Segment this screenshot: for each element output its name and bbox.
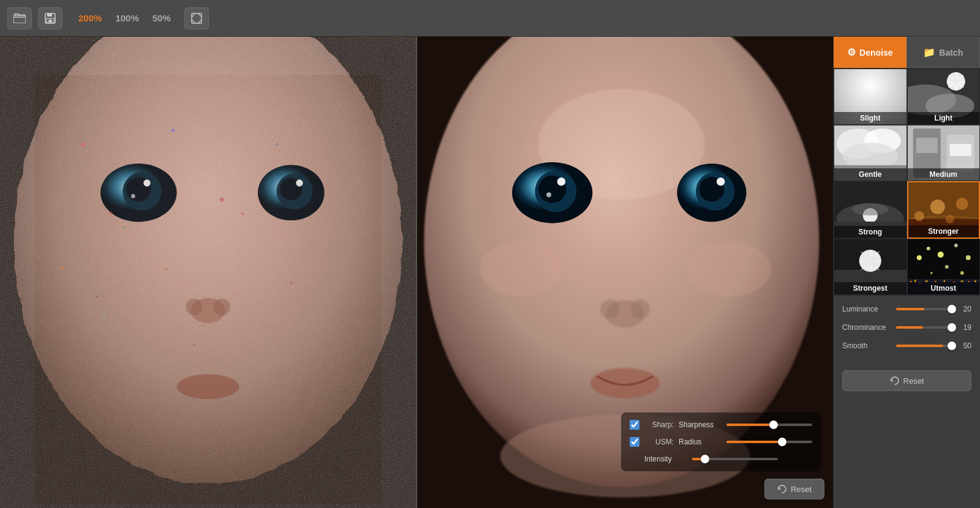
svg-point-92 <box>960 271 963 275</box>
preset-medium[interactable]: Medium <box>907 125 981 181</box>
smooth-slider[interactable] <box>896 340 952 352</box>
smooth-fill <box>896 345 943 347</box>
luminance-value: 20 <box>957 305 971 313</box>
sharp-checkbox[interactable] <box>630 420 639 430</box>
luminance-slider[interactable] <box>896 303 952 315</box>
svg-point-88 <box>954 244 957 247</box>
svg-point-89 <box>965 255 970 260</box>
svg-point-77 <box>914 211 924 221</box>
smooth-value: 50 <box>957 342 971 350</box>
zoom-100-button[interactable]: 100% <box>110 10 143 26</box>
intensity-slider[interactable] <box>692 453 778 465</box>
zoom-200-button[interactable]: 200% <box>74 10 107 26</box>
preset-strong[interactable]: Strong <box>834 181 907 239</box>
svg-point-87 <box>937 252 943 258</box>
svg-point-73 <box>852 203 889 215</box>
luminance-slider-row: Luminance 20 <box>842 303 971 315</box>
before-panel <box>0 37 416 508</box>
right-tabs: ⚙ Denoise 📁 Batch <box>834 37 980 69</box>
svg-point-78 <box>930 200 944 214</box>
zoom-group: 200% 100% 50% <box>74 10 176 26</box>
right-panel: ⚙ Denoise 📁 Batch Slight <box>833 37 980 508</box>
smooth-thumb <box>948 342 956 350</box>
tab-batch-label: Batch <box>939 48 963 58</box>
radius-thumb <box>778 438 786 446</box>
tab-denoise-label: Denoise <box>859 48 892 58</box>
smooth-label: Smooth <box>842 342 891 350</box>
batch-icon: 📁 <box>923 47 935 58</box>
chrominance-value: 19 <box>957 323 971 332</box>
svg-rect-4 <box>48 20 52 22</box>
svg-point-79 <box>956 198 968 210</box>
right-reset-button[interactable]: Reset <box>842 370 971 391</box>
svg-point-48 <box>717 177 725 186</box>
preset-utmost[interactable]: Utmost <box>907 239 981 295</box>
svg-point-52 <box>590 368 660 398</box>
usm-checkbox[interactable] <box>630 437 639 447</box>
preset-strongest-label: Strongest <box>834 282 907 294</box>
intensity-control-row: Intensity <box>630 453 812 465</box>
preset-stronger[interactable]: Stronger <box>907 181 981 239</box>
preset-medium-label: Medium <box>908 168 980 181</box>
radius-fill <box>726 441 782 443</box>
usm-control-row: USM: Radius <box>630 436 812 448</box>
sliders-section: Luminance 20 Chrominance 19 <box>834 295 980 365</box>
radius-label: Radius <box>679 438 722 446</box>
preset-utmost-label: Utmost <box>908 282 980 294</box>
zoom-50-button[interactable]: 50% <box>148 10 176 26</box>
sharpness-fill <box>726 424 774 426</box>
svg-rect-0 <box>13 15 26 23</box>
svg-rect-36 <box>35 75 382 504</box>
sharpness-slider[interactable] <box>726 419 812 431</box>
save-button[interactable] <box>38 7 62 29</box>
chrominance-slider[interactable] <box>896 321 952 334</box>
after-panel: Sharp: Sharpness USM: Radius <box>416 37 833 508</box>
open-button[interactable] <box>7 7 32 29</box>
preset-light[interactable]: Light <box>907 69 981 125</box>
canvas-area: Sharp: Sharpness USM: Radius <box>0 37 833 508</box>
chrominance-fill <box>896 326 923 329</box>
controls-overlay: Sharp: Sharpness USM: Radius <box>621 413 821 471</box>
svg-point-54 <box>480 241 563 297</box>
svg-point-55 <box>687 241 771 297</box>
preset-strongest[interactable]: Strongest <box>834 239 907 295</box>
svg-point-91 <box>930 272 932 274</box>
luminance-label: Luminance <box>842 305 891 313</box>
denoise-icon: ⚙ <box>847 47 856 58</box>
tab-batch[interactable]: 📁 Batch <box>907 37 981 68</box>
main-area: Sharp: Sharpness USM: Radius <box>0 37 980 508</box>
svg-point-50 <box>600 299 620 319</box>
fit-button[interactable] <box>184 7 209 29</box>
luminance-thumb <box>948 305 956 313</box>
canvas-reset-button[interactable]: Reset <box>764 479 824 499</box>
chrominance-slider-row: Chrominance 19 <box>842 321 971 334</box>
preset-slight-label: Slight <box>834 112 907 124</box>
chrominance-thumb <box>948 323 956 332</box>
before-image <box>0 37 416 508</box>
smooth-slider-row: Smooth 50 <box>842 340 971 352</box>
luminance-fill <box>896 308 924 310</box>
svg-point-44 <box>546 192 551 197</box>
usm-label: USM: <box>644 438 674 446</box>
preset-gentle-label: Gentle <box>834 168 907 181</box>
right-reset-label: Reset <box>903 376 924 386</box>
sharp-label: Sharp: <box>644 420 674 429</box>
preset-gentle[interactable]: Gentle <box>834 125 907 181</box>
sharpness-label: Sharpness <box>679 420 722 429</box>
svg-point-90 <box>944 265 948 269</box>
split-view: Sharp: Sharpness USM: Radius <box>0 37 833 508</box>
svg-rect-68 <box>916 138 937 153</box>
svg-rect-69 <box>949 144 971 156</box>
preset-light-label: Light <box>908 112 980 124</box>
svg-point-86 <box>926 247 930 250</box>
svg-point-85 <box>916 255 921 260</box>
radius-slider[interactable] <box>726 436 812 448</box>
svg-rect-5 <box>192 13 202 23</box>
tab-denoise[interactable]: ⚙ Denoise <box>834 37 907 68</box>
svg-rect-2 <box>47 13 52 17</box>
preset-stronger-label: Stronger <box>908 225 979 237</box>
preset-grid: Slight Light <box>834 69 980 295</box>
toolbar: 200% 100% 50% <box>0 0 980 37</box>
svg-point-51 <box>631 299 650 319</box>
preset-slight[interactable]: Slight <box>834 69 907 125</box>
